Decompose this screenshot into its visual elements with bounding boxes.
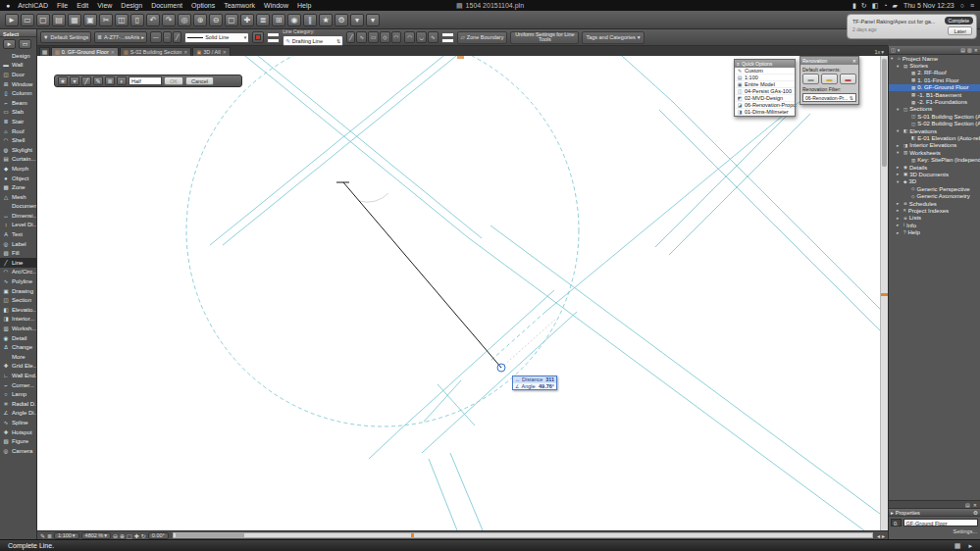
navigator-tree-item[interactable]: ▸ ◨ Interior Elevations: [889, 142, 980, 149]
toolbox-item[interactable]: ◠ Arc/Circ...: [0, 268, 36, 277]
notification-center-icon[interactable]: ≡: [970, 2, 974, 9]
navigator-tree-item[interactable]: ◧ E-01 Elevation (Auto-rebuild M...: [889, 134, 980, 141]
more-tools-icon[interactable]: ▾: [366, 14, 380, 26]
navigator-tree-item[interactable]: ◇ Generic Perspective: [889, 185, 980, 192]
wifi-icon[interactable]: ◔: [883, 2, 887, 10]
bluetooth-icon[interactable]: ◧: [872, 2, 879, 10]
menu-bar-clock[interactable]: Thu 5 Nov 12:23: [903, 2, 954, 9]
view-tab[interactable]: ▥ 0. GF-Ground Floor ✕: [51, 47, 119, 56]
layers-icon[interactable]: ≣: [256, 14, 270, 26]
cancel-button[interactable]: Cancel: [185, 76, 214, 85]
gravity-icon[interactable]: ◉: [287, 14, 301, 26]
menu-item[interactable]: Design: [121, 2, 142, 9]
print-icon[interactable]: ▣: [83, 14, 97, 26]
tree-expand-icon[interactable]: ▾: [897, 150, 902, 155]
arrow-tool-icon[interactable]: ►: [3, 39, 16, 49]
layer-icon[interactable]: ≣: [105, 76, 115, 85]
navigator-tree-item[interactable]: ▸ i Info: [889, 222, 980, 228]
toolbox-item[interactable]: ╱ Line: [0, 258, 36, 268]
menu-item[interactable]: Help: [297, 2, 311, 9]
pen-color-button[interactable]: [252, 31, 264, 43]
undo-icon[interactable]: ↶: [146, 14, 160, 26]
demolished-elements-button[interactable]: ▬: [821, 74, 838, 84]
menu-item[interactable]: Edit: [77, 2, 88, 9]
tangent-arc-icon[interactable]: ◡: [416, 31, 427, 43]
toolbox-item[interactable]: ≣ Stair: [0, 117, 36, 126]
scale-selector[interactable]: 1:100▾: [54, 532, 79, 539]
edit-value-field[interactable]: Half: [129, 76, 162, 85]
pen-weight-fields[interactable]: [267, 32, 280, 43]
keyboard-shortcut-icon[interactable]: ▦: [954, 542, 961, 550]
distance-value[interactable]: 311: [545, 376, 554, 382]
tree-expand-icon[interactable]: ▾: [897, 64, 902, 69]
tree-expand-icon[interactable]: ▾: [897, 179, 902, 184]
menu-item[interactable]: File: [57, 2, 68, 9]
tree-expand-icon[interactable]: ▸: [897, 208, 902, 213]
center-arc-icon[interactable]: ◠: [404, 31, 415, 43]
arc-icon[interactable]: ◠: [391, 31, 402, 43]
grid-snap-icon[interactable]: ⊞: [272, 14, 285, 26]
toolbox-item[interactable]: ◠ Shell: [0, 135, 36, 145]
toolbox-item[interactable]: ◍ Skylight: [0, 145, 36, 155]
tree-expand-icon[interactable]: ▸: [897, 201, 902, 206]
quick-options-header[interactable]: ≡ Quick Options: [735, 60, 795, 68]
redo-icon[interactable]: ↷: [162, 14, 176, 26]
tree-expand-icon[interactable]: ▸: [897, 172, 902, 176]
settings-link[interactable]: Settings...: [889, 528, 980, 534]
toolbox-item[interactable]: ⌐ Beam: [0, 98, 36, 108]
fit-in-window-icon[interactable]: ▢: [225, 14, 238, 26]
tree-expand-icon[interactable]: ▸: [897, 223, 902, 227]
new-file-icon[interactable]: ▢: [36, 14, 50, 26]
options-icon[interactable]: ⚙: [335, 14, 348, 26]
toolbox-item[interactable]: ↕ Level Di...: [0, 221, 36, 230]
zoom-out-icon[interactable]: ⊖: [113, 532, 118, 539]
angle-value[interactable]: 49.76°: [539, 383, 554, 389]
navigator-tree-item[interactable]: ▦ 0. GF-Ground Floor: [889, 84, 980, 91]
toolbox-item[interactable]: ⌐ Corner...: [0, 380, 36, 390]
toolbox-item[interactable]: ◫ Section: [0, 295, 36, 305]
vertical-scrollbar-thumb[interactable]: [882, 59, 887, 167]
navigator-tree-item[interactable]: ▦ -2. F1-Foundations: [889, 98, 980, 105]
view-dropdown-icon[interactable]: ▾: [350, 14, 364, 26]
toolbox-item[interactable]: ✚ Grid Ele...: [0, 362, 36, 372]
toolbox-item[interactable]: ⊞ Window: [0, 79, 36, 89]
navigator-tree-item[interactable]: ▾ ▥ Worksheets: [889, 149, 980, 156]
pen-set-icon[interactable]: ✎: [40, 532, 45, 539]
spotlight-icon[interactable]: ○: [960, 2, 964, 9]
navigator-tree-item[interactable]: ▦ -1. B1-Basement: [889, 91, 980, 98]
tab-organizer-icon[interactable]: ▦: [39, 47, 50, 56]
notification-banner[interactable]: TF-Panel Raking/Apex cut for ga... 2 day…: [847, 14, 977, 39]
apple-logo-icon[interactable]: ●: [6, 2, 10, 9]
quick-layers-icon[interactable]: ≣: [47, 532, 52, 539]
single-line-icon[interactable]: ╱: [346, 31, 355, 43]
menu-item[interactable]: ArchiCAD: [18, 2, 48, 9]
toolbox-item[interactable]: ✚ Hotspot: [0, 427, 36, 437]
navigator-tree-item[interactable]: ▸ ≣ Lists: [889, 215, 980, 222]
toolbox-item[interactable]: ✳ Radial D...: [0, 399, 36, 409]
marquee-icon[interactable]: ▭: [21, 14, 34, 26]
find-select-icon[interactable]: ◎: [178, 14, 191, 26]
existing-elements-button[interactable]: ▬: [802, 74, 819, 84]
quick-option-item[interactable]: ▣ Entire Model: [735, 81, 795, 88]
coordinate-fields[interactable]: [441, 32, 454, 43]
uniform-settings-button[interactable]: Uniform Settings for Line Tools: [510, 31, 579, 44]
orbit-icon[interactable]: ↻: [141, 532, 146, 539]
map-dropdown-icon[interactable]: ▾: [898, 47, 901, 53]
pen-style-icon[interactable]: ╱: [173, 31, 181, 43]
story-index[interactable]: 0.: [891, 519, 902, 526]
toolbox-item[interactable]: Design: [0, 51, 36, 61]
quick-option-item[interactable]: ✎ Custom: [735, 68, 795, 75]
navigator-tree-item[interactable]: ◇ Generic Axonometry: [889, 192, 980, 199]
default-settings-button[interactable]: ▼ Default Settings: [40, 31, 91, 43]
guide-lines-icon[interactable]: ∥: [303, 14, 317, 26]
navigator-tree-item[interactable]: ▥ Key: SitePlan (Independent): [889, 156, 980, 163]
tree-view-icon[interactable]: ▤: [960, 47, 965, 53]
toolbox-item[interactable]: ∿ Polyline: [0, 276, 36, 286]
pen-color-icon[interactable]: ✎: [93, 76, 103, 85]
ok-button[interactable]: OK: [164, 76, 183, 85]
scroll-right-icon[interactable]: ▸: [882, 532, 885, 539]
navigator-tree-item[interactable]: ▸ ? Help: [889, 228, 980, 235]
time-machine-icon[interactable]: ↻: [861, 2, 867, 10]
toolbox-item[interactable]: ▤ Curtain...: [0, 155, 36, 165]
navigator-tree-item[interactable]: ◫ S-02 Building Section (Auto-re...: [889, 121, 980, 127]
